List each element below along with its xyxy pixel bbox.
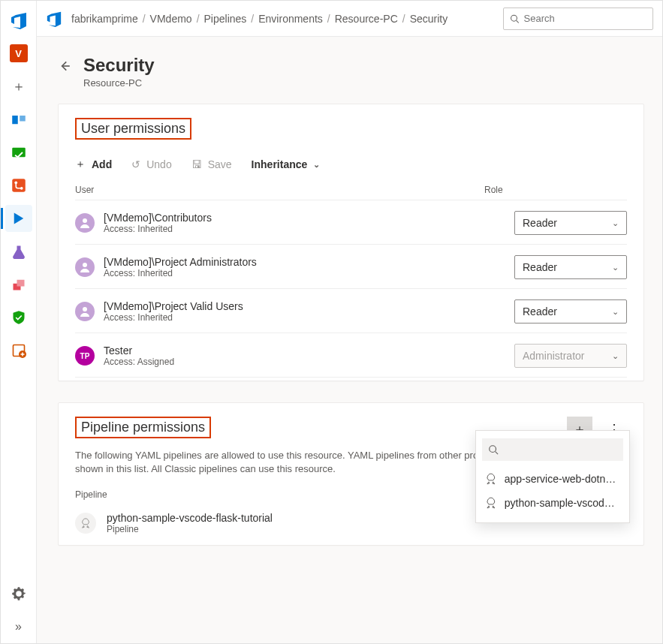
project-initial: V [10,44,28,62]
user-access: Access: Inherited [104,224,514,234]
pipeline-picker-callout: app-service-web-dotnet... python-sample-… [475,430,630,523]
group-avatar-icon [75,302,95,321]
breadcrumb-item[interactable]: Pipelines [204,13,247,25]
boards-icon [11,112,26,127]
pipeline-picker-search[interactable] [482,438,623,461]
plus-icon: ＋ [75,158,86,171]
save-button[interactable]: 🖫 Save [191,158,232,170]
undo-button[interactable]: ↺ Undo [131,158,171,170]
breadcrumb-item[interactable]: Resource-PC [335,13,398,25]
user-avatar-icon: TP [75,346,95,366]
user-permissions-panel: User permissions ＋ Add ↺ Undo 🖫 Save [58,104,644,381]
user-row[interactable]: TP Tester Access: Assigned Administrator… [75,333,627,378]
arrow-left-icon [58,59,71,73]
column-header-role: Role [484,185,627,195]
testplans-icon [11,244,26,259]
svg-rect-0 [12,116,18,124]
global-search[interactable] [503,8,653,30]
shield-check-icon [11,310,26,325]
sidebar-add[interactable]: ＋ [5,73,32,100]
role-select: Administrator⌄ [514,344,627,368]
user-access: Access: Assigned [104,357,514,367]
svg-point-11 [83,218,87,223]
pipeline-name: python-sample-vscode-flask-tutorial [107,512,273,524]
pipeline-type: Pipeline [107,524,273,534]
breadcrumb-item[interactable]: VMdemo [150,13,192,25]
role-select[interactable]: Reader⌄ [514,255,627,279]
search-icon [488,444,499,455]
column-header-user: User [75,185,484,195]
chevron-down-icon: ⌄ [612,307,619,317]
repos-icon [11,178,26,193]
breadcrumb-item[interactable]: Security [410,13,448,25]
pipeline-permissions-panel: Pipeline permissions The following YAML … [58,402,644,546]
svg-point-10 [511,15,517,21]
save-icon: 🖫 [191,158,202,170]
chevron-right-icon: » [15,620,22,633]
svg-rect-3 [12,179,26,192]
back-button[interactable] [58,59,71,75]
sidebar-compliance[interactable] [5,304,32,331]
azure-devops-logo-icon[interactable] [10,11,28,29]
user-row[interactable]: [VMdemo]\Project Administrators Access: … [75,244,627,288]
sidebar-artifacts[interactable] [5,271,32,298]
user-name: [VMdemo]\Contributors [104,212,514,224]
backlog-icon [11,145,26,160]
user-name: Tester [104,345,514,357]
breadcrumb: fabrikamprime/ VMdemo/ Pipelines/ Enviro… [71,13,448,25]
rocket-icon [485,473,497,485]
breadcrumb-item[interactable]: fabrikamprime [71,13,138,25]
breadcrumb-item[interactable]: Environments [258,13,323,25]
sidebar-collapse[interactable]: » [5,613,32,640]
artifacts-icon [11,277,26,292]
add-button[interactable]: ＋ Add [75,158,112,171]
pipeline-option[interactable]: python-sample-vscode-... [482,491,623,515]
role-select[interactable]: Reader⌄ [514,299,627,324]
search-input[interactable] [524,13,646,24]
azure-devops-logo-icon[interactable] [46,11,62,27]
user-name: [VMdemo]\Project Administrators [104,256,514,268]
page-subtitle: Resource-PC [83,77,155,89]
topbar: fabrikamprime/ VMdemo/ Pipelines/ Enviro… [37,1,662,37]
chevron-down-icon: ⌄ [612,218,619,228]
sidebar-boards[interactable] [5,106,32,133]
plus-icon: ＋ [12,77,26,95]
search-icon [510,14,520,24]
user-name: [VMdemo]\Project Valid Users [104,300,514,312]
rocket-icon [485,497,497,509]
svg-rect-7 [17,280,24,287]
task-add-icon [11,343,26,358]
page-title: Security [83,55,155,76]
undo-icon: ↺ [131,158,140,170]
user-row[interactable]: [VMdemo]\Contributors Access: Inherited … [75,200,627,244]
sidebar-tasks[interactable] [5,337,32,364]
nav-rail: V ＋ » [1,1,37,643]
group-avatar-icon [75,213,95,233]
pipeline-option[interactable]: app-service-web-dotnet... [482,467,623,491]
user-permissions-title: User permissions [81,121,185,136]
group-avatar-icon [75,257,95,277]
svg-point-14 [490,446,496,453]
chevron-down-icon: ⌄ [612,351,619,361]
chevron-down-icon: ⌄ [313,160,320,170]
rocket-icon [75,513,96,534]
sidebar-pipelines[interactable] [5,205,32,232]
svg-point-13 [83,307,87,311]
pipelines-icon [11,211,26,226]
user-access: Access: Inherited [104,268,514,278]
role-select[interactable]: Reader⌄ [514,211,627,235]
sidebar-settings[interactable] [5,580,32,607]
sidebar-testplans[interactable] [5,238,32,265]
chevron-down-icon: ⌄ [612,263,619,272]
pipeline-permissions-title: Pipeline permissions [81,420,205,435]
sidebar-project-tile[interactable]: V [5,40,32,67]
user-row[interactable]: [VMdemo]\Project Valid Users Access: Inh… [75,288,627,333]
svg-point-12 [83,263,87,267]
svg-rect-1 [20,116,26,122]
sidebar-repos[interactable] [5,172,32,199]
inheritance-dropdown[interactable]: Inheritance ⌄ [252,158,321,170]
gear-icon [11,586,26,601]
sidebar-backlog[interactable] [5,139,32,166]
user-access: Access: Inherited [104,312,514,323]
